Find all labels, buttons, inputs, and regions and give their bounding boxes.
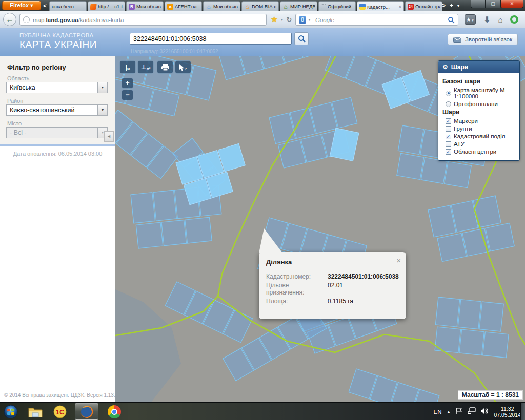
explorer-taskbar-button[interactable] [27,404,44,419]
language-indicator[interactable]: EN [434,409,442,415]
chevron-down-icon[interactable]: ▼ [97,105,107,115]
search-engine-dropdown-icon[interactable]: ▼ [308,18,311,22]
reload-icon[interactable]: ↻ [286,16,292,24]
tab-scroll-right-button[interactable]: > [442,2,446,9]
firefox-taskbar-button[interactable] [78,404,95,419]
minimize-button[interactable]: — [471,0,486,8]
close-icon[interactable]: × [396,256,401,265]
cadastral-map[interactable]: |м ⊥м² ? + − ⚙ Шари Базові шари Карта ма… [115,56,525,402]
checkbox-icon[interactable] [446,126,451,132]
dropdown-icon[interactable]: ▼ [280,18,284,22]
addon-icon[interactable] [510,15,518,24]
row-label: Кадастр.номер: [266,273,328,280]
checkbox-checked-icon[interactable]: ✓ [446,134,451,139]
measure-length-button[interactable]: |м [119,60,136,74]
url-bar[interactable]: map.land.gov.ua/kadastrova-karta [19,14,267,26]
radio-selected-icon[interactable] [446,91,451,96]
measure-toolbar: |м ⊥м² [119,60,154,74]
misto-select: - Всі - ▼ [6,127,108,138]
tab-title: оска бесп... [52,4,84,9]
layer-option[interactable]: АТУ [446,141,515,147]
tab-close-icon[interactable]: × [399,4,401,9]
bookmark-star-icon[interactable]: ★ [271,15,277,24]
checkbox-checked-icon[interactable]: ✓ [446,118,451,124]
divider [0,144,115,146]
print-button[interactable] [157,60,173,74]
firefox-menu-button[interactable]: Firefox ▾ [2,1,41,10]
downloads-icon[interactable]: ⬇ [483,15,490,25]
base-layer-option[interactable]: Карта масштабу М 1:100000 [446,87,515,99]
new-tab-button[interactable]: + [450,2,453,9]
chevron-down-icon[interactable]: ▼ [97,82,107,93]
tab[interactable]: ⌂DOM.RIA.c... [241,1,279,11]
gear-icon: ⚙ [442,64,448,71]
filter-box: Фільтр по регіону Область Київська ▼ Рай… [0,56,115,144]
layers-panel-header[interactable]: ⚙ Шари [438,61,519,73]
system-tray: EN ▲ 11:32 07.05.2014 [434,403,521,420]
checkbox-icon[interactable] [446,141,451,147]
radio-icon[interactable] [446,101,451,107]
area-icon: ⊥ [141,64,147,71]
layer-option[interactable]: ✓Маркери [446,118,515,124]
tab-title: АГЕНТ.ua - ... [175,4,199,9]
layer-option[interactable]: ✓Кадастровий поділ [446,133,515,139]
home-icon[interactable]: ⌂ [498,15,502,24]
start-button[interactable] [2,404,19,419]
volume-icon[interactable] [481,407,489,416]
oblast-select[interactable]: Київська ▼ [6,82,108,93]
tray-expand-icon[interactable]: ▲ [447,410,451,413]
tab-active-kadastrova[interactable]: Кадастр...× [357,1,404,12]
search-engine-icon[interactable]: 8 [299,16,306,24]
checkbox-checked-icon[interactable]: ✓ [446,149,451,155]
date-text: 07.05.2014 [494,412,521,418]
feedback-button[interactable]: Зворотній зв'язок [448,34,518,45]
cadastral-number-input[interactable] [130,33,292,45]
cadastral-number-value: 3222484501:01:006:5038 [328,273,399,280]
placeholder-icon [321,4,326,9]
identify-button[interactable]: ? [175,60,191,74]
folder-icon [28,406,43,417]
search-icon[interactable] [448,16,455,24]
layers-heading: Шари [442,109,515,116]
maximize-button[interactable]: ▢ [486,0,500,8]
action-center-flag-icon[interactable] [455,407,462,416]
tab[interactable]: Офіційний ... [318,1,356,11]
base-layer-option[interactable]: Ортофотоплани [446,101,515,107]
1c-taskbar-button[interactable]: 1С [51,404,69,419]
purpose-value: 02.01 [328,282,343,296]
network-icon[interactable] [468,407,476,416]
layer-option[interactable]: ✓Обласні центри [446,149,515,155]
sidebar-collapse-button[interactable]: ◄ [104,131,114,142]
raion-select[interactable]: Києво-святошинський ▼ [6,104,108,116]
search-example-hint: Наприклад: 3221655100:01:047:0052 [131,49,218,54]
tab[interactable]: RМои объяв... [126,1,164,11]
time-text: 11:32 [494,406,521,412]
list-tabs-button[interactable]: ▾ [457,4,459,9]
layers-panel-title: Шари [451,64,468,71]
tab-scroll-left-button[interactable]: < [41,1,49,11]
bookmarks-menu-button[interactable]: ★▼ [465,14,476,25]
tab[interactable]: 24Онлайн тра... [405,1,442,11]
back-button[interactable]: ← [3,13,16,26]
measure-length-label: м [127,67,130,70]
tab[interactable]: aАГЕНТ.ua - ... [165,1,202,11]
zoom-in-button[interactable]: + [122,78,133,89]
tab[interactable]: ⌂МИР НЕДВ... [280,1,317,11]
svg-text:1С: 1С [56,408,65,416]
option-label: Грунти [454,125,472,132]
chrome-taskbar-button[interactable] [106,404,123,419]
raion-label: Район [7,98,23,104]
show-desktop-button[interactable] [520,403,525,420]
clock[interactable]: 11:32 07.05.2014 [494,406,521,418]
cadastral-search-button[interactable] [294,32,309,45]
close-button[interactable]: ✕ [500,0,523,8]
identify-label: ? [185,67,187,71]
tab[interactable]: ⌂Мои объяв... [203,1,240,11]
tab[interactable]: оска бесп... [49,1,87,11]
search-bar[interactable]: 8 ▼ Google [295,14,458,26]
layer-option[interactable]: Грунти [446,125,515,132]
measure-area-button[interactable]: ⊥м² [137,60,154,74]
tab[interactable]: http:/...-c1-t5 [88,1,125,11]
filter-title: Фільтр по регіону [7,64,66,71]
zoom-out-button[interactable]: − [122,90,133,100]
